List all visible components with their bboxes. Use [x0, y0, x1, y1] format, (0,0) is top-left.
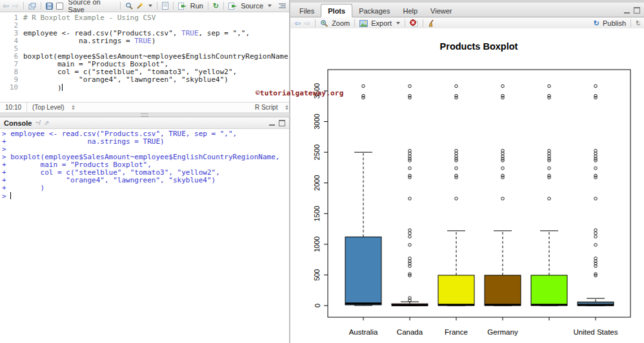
x-axis-label: United States — [573, 328, 618, 336]
publish-button[interactable]: Publish — [603, 19, 626, 27]
save-icon[interactable] — [46, 3, 53, 10]
y-tick-label: 2500 — [314, 144, 321, 160]
tab-help[interactable]: Help — [396, 5, 424, 17]
box-body — [485, 275, 521, 306]
box-australia: Australia — [345, 84, 381, 336]
minimize-button[interactable] — [269, 120, 275, 126]
back-icon[interactable]: ⇦ — [3, 2, 9, 10]
right-tabbar-tabs: FilesPlotsPackagesHelpViewer — [293, 4, 459, 17]
outlier-point — [455, 84, 458, 88]
console-output[interactable]: > employee <- read.csv("Products.csv", T… — [0, 129, 289, 201]
code-tools-icon[interactable] — [136, 2, 144, 10]
plot-area: Products Boxplot050010001500200025003000… — [290, 28, 644, 343]
code-line[interactable]: ) — [23, 84, 289, 92]
compile-report-icon[interactable] — [162, 2, 168, 10]
separator — [315, 19, 316, 27]
file-type-selector[interactable]: R Script — [250, 104, 283, 111]
separator — [23, 2, 24, 10]
box-body — [438, 275, 474, 306]
zoom-button[interactable]: Zoom — [332, 19, 350, 27]
outlier-point — [548, 94, 551, 97]
console-title: Console — [4, 119, 32, 127]
y-tick-label: 1500 — [314, 206, 321, 221]
outlier-point — [548, 174, 551, 177]
outlier-point — [594, 231, 598, 235]
outlier-point — [455, 94, 458, 97]
outlier-point — [455, 197, 458, 201]
open-in-window-icon[interactable]: ⇗ — [44, 119, 49, 126]
source-on-save-checkbox[interactable] — [56, 3, 63, 10]
tab-files[interactable]: Files — [293, 5, 321, 17]
code-line[interactable]: "orange4", "lawngreen", "skyblue4") — [23, 76, 289, 84]
code-editor[interactable]: 12345678910 # R Boxplot Example - Using … — [0, 12, 289, 102]
text-cursor — [62, 84, 63, 91]
refresh-icon[interactable]: ↻ — [636, 20, 640, 27]
run-button[interactable]: Run — [190, 2, 203, 10]
forward-icon[interactable]: ⇨ — [12, 2, 19, 10]
separator — [157, 2, 157, 10]
separator — [223, 2, 224, 10]
console-prompt[interactable]: > — [2, 192, 289, 201]
y-tick-label: 500 — [314, 269, 321, 280]
code-token: na.strings = — [23, 37, 134, 45]
export-button[interactable]: Export — [371, 19, 392, 27]
horizontal-splitter[interactable] — [0, 112, 289, 117]
publish-icon[interactable]: ↻ — [594, 20, 599, 27]
rerun-icon[interactable]: ↻ — [213, 3, 219, 10]
source-dropdown-icon[interactable] — [268, 5, 272, 7]
console-header: Console ~/ ⇗ — [0, 117, 289, 129]
outlier-point — [501, 197, 505, 201]
tab-viewer[interactable]: Viewer — [424, 5, 458, 17]
remove-plot-icon[interactable] — [410, 19, 418, 27]
tab-plots[interactable]: Plots — [321, 4, 352, 17]
zoom-icon[interactable] — [320, 19, 328, 27]
outlier-point — [408, 167, 412, 170]
box-body — [531, 275, 567, 306]
outlier-point — [455, 174, 458, 177]
code-line[interactable]: na.strings = TRUE) — [23, 37, 289, 45]
next-plot-icon[interactable]: ⇨ — [304, 19, 310, 27]
editor-code[interactable]: # R Boxplot Example - Using CSV employee… — [23, 14, 289, 92]
box-body — [345, 237, 381, 304]
source-pane: ⇦ ⇨ Source on Save — [0, 0, 290, 113]
source-icon[interactable] — [228, 3, 237, 10]
separator — [630, 19, 631, 27]
outlier-point — [408, 94, 412, 97]
console-line: + ) — [2, 184, 289, 192]
code-line[interactable]: # R Boxplot Example - Using CSV — [23, 14, 289, 22]
maximize-button[interactable] — [634, 7, 640, 14]
tab-packages[interactable]: Packages — [352, 5, 396, 17]
code-token: ) — [152, 37, 156, 45]
export-dropdown-icon[interactable] — [396, 22, 400, 24]
source-on-save-label: Source on Save — [68, 0, 116, 14]
outlier-point — [594, 167, 598, 170]
right-tabbar: FilesPlotsPackagesHelpViewer — [290, 3, 644, 17]
box-canada: Canada — [392, 84, 428, 336]
previous-plot-icon[interactable]: ⇦ — [294, 19, 301, 27]
outlier-point — [501, 167, 505, 170]
find-icon[interactable] — [125, 2, 133, 10]
outlier-point — [594, 84, 598, 88]
y-tick-label: 0 — [314, 304, 321, 308]
code-tools-dropdown-icon[interactable] — [148, 5, 152, 7]
outlier-point — [362, 94, 365, 97]
clear-all-plots-icon[interactable] — [428, 19, 436, 27]
code-token: TRUE — [181, 29, 199, 37]
separator — [41, 2, 41, 10]
outlier-point — [594, 197, 598, 201]
x-axis-label: Germany — [487, 328, 518, 336]
console-working-directory: ~/ — [35, 119, 41, 126]
maximize-button[interactable] — [279, 120, 285, 126]
scope-selector[interactable]: (Top Level) — [27, 104, 69, 111]
popout-icon[interactable] — [28, 3, 36, 10]
run-icon[interactable] — [178, 3, 187, 10]
outlier-point — [548, 197, 551, 201]
minimize-button[interactable] — [624, 8, 630, 14]
rstudio-window: ⇦ ⇨ Source on Save — [0, 0, 644, 343]
export-icon[interactable] — [359, 20, 368, 27]
updown-icon: ⇕ — [71, 104, 76, 111]
editor-gutter: 12345678910 — [0, 14, 18, 92]
document-outline-icon[interactable] — [278, 3, 287, 9]
source-button[interactable]: Source — [241, 2, 263, 10]
separator — [423, 19, 423, 27]
